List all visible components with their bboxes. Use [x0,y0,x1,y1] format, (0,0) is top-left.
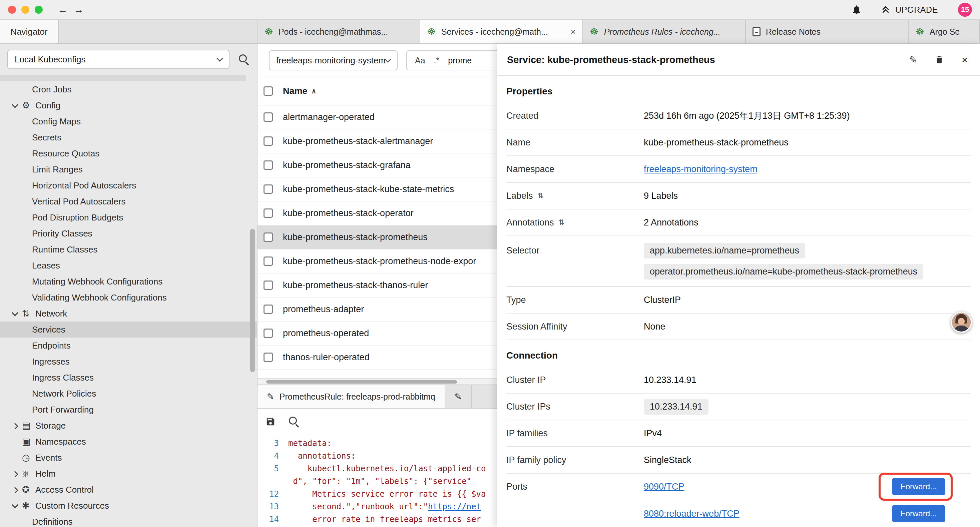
yaml-editor[interactable]: 3metadata:4annotations:5kubectl.kubernet… [258,434,497,527]
partially-scrolled-item[interactable] [0,75,246,81]
detail-panel: Service: kube-prometheus-stack-prometheu… [497,44,980,527]
namespace-filter-select[interactable]: freeleaps-monitoring-system [269,50,398,70]
search-input[interactable]: Aa .* prome [406,50,497,70]
sidebar-item-config[interactable]: ⚙Config [0,97,257,113]
horizontal-scrollbar[interactable] [258,378,497,385]
table-row[interactable]: prometheus-adapter [258,298,497,322]
namespace-link[interactable]: freeleaps-monitoring-system [644,164,757,174]
delete-icon[interactable] [935,55,944,65]
column-header-name[interactable]: Name [283,86,307,96]
sort-updown-icon[interactable]: ⇅ [538,191,544,200]
table-row[interactable]: kube-prometheus-stack-operator [258,201,497,226]
edit-icon[interactable]: ✎ [909,54,917,66]
sidebar-item-ingress-classes[interactable]: Ingress Classes [0,369,257,385]
sort-updown-icon[interactable]: ⇅ [559,218,565,227]
forward-button[interactable]: Forward... [892,505,945,522]
sidebar-item-events[interactable]: ◷Events [0,450,257,466]
window-zoom-button[interactable] [35,6,43,14]
window-close-button[interactable] [8,6,16,14]
row-checkbox[interactable] [264,161,273,170]
table-row[interactable]: kube-prometheus-stack-alertmanager [258,129,497,153]
row-checkbox[interactable] [264,232,273,242]
sidebar-item-services[interactable]: Services [0,322,257,338]
tab-argo-se[interactable]: ☸Argo Se [908,20,980,43]
sidebar-item-access-control[interactable]: ✪Access Control [0,482,257,498]
tab-pods-icecheng-mathmas[interactable]: ☸Pods - icecheng@mathmas... [258,20,420,43]
upgrade-button[interactable]: UPGRADE [881,5,938,15]
kubeconfig-select[interactable]: Local Kubeconfigs [7,50,229,69]
window-minimize-button[interactable] [21,6,29,14]
sidebar-item-namespaces[interactable]: ▣Namespaces [0,434,257,450]
tab-prometheus-rules-icecheng[interactable]: ☸Prometheus Rules - icecheng... [583,20,746,43]
regex-toggle[interactable]: .* [434,56,440,65]
select-all-checkbox[interactable] [264,86,273,96]
row-checkbox[interactable] [264,304,273,314]
table-row[interactable]: kube-prometheus-stack-kube-state-metrics [258,177,497,201]
sidebar-search-icon[interactable] [238,54,250,65]
sidebar-item-endpoints[interactable]: Endpoints [0,338,257,353]
sidebar-item-port-forwarding[interactable]: Port Forwarding [0,401,257,417]
sidebar-item-runtime-classes[interactable]: Runtime Classes [0,242,257,258]
chevron-down-icon [13,100,22,111]
table-row[interactable]: kube-prometheus-stack-prometheus-node-ex… [258,250,497,274]
notification-count-badge[interactable]: 15 [958,3,972,17]
tab-close-icon[interactable]: × [571,27,576,37]
port-link[interactable]: 9090/TCP [644,482,684,492]
table-row[interactable]: kube-prometheus-stack-grafana [258,153,497,177]
sidebar-item-label: Definitions [32,517,72,527]
editor-search-icon[interactable] [288,416,299,427]
sidebar-item-priority-classes[interactable]: Priority Classes [0,226,257,242]
sidebar-item-validating-webhook-configurations[interactable]: Validating Webhook Configurations [0,290,257,306]
sidebar-item-cron-jobs[interactable]: Cron Jobs [0,81,257,97]
row-checkbox[interactable] [264,209,273,218]
table-row[interactable]: kube-prometheus-stack-thanos-ruler [258,274,497,298]
forward-button[interactable]: Forward... [892,478,945,495]
port-link[interactable]: 8080:reloader-web/TCP [644,509,740,519]
service-name: thanos-ruler-operated [283,352,369,363]
sidebar-item-horizontal-pod-autoscalers[interactable]: Horizontal Pod Autoscalers [0,177,257,193]
navigator-tab[interactable]: Navigator [0,20,59,43]
property-label: IP family policy [506,455,644,465]
row-checkbox[interactable] [264,328,273,338]
save-icon[interactable] [266,417,275,427]
dock-tab-partial[interactable]: ✎ [445,385,472,408]
sidebar-item-storage[interactable]: ▤Storage [0,417,257,434]
line-number: 14 [258,513,288,525]
back-button[interactable]: ← [55,4,71,15]
sidebar-scrollbar[interactable] [250,229,255,372]
sidebar-item-definitions[interactable]: Definitions [0,514,257,527]
detail-header: Service: kube-prometheus-stack-prometheu… [497,44,980,76]
table-row[interactable]: prometheus-operated [258,322,497,345]
table-row[interactable]: thanos-ruler-operated [258,345,497,369]
match-case-toggle[interactable]: Aa [415,56,425,65]
sidebar-item-helm[interactable]: ⎈Helm [0,466,257,482]
row-checkbox[interactable] [264,280,273,290]
tab-services-icecheng-math[interactable]: ☸Services - icecheng@math...× [420,20,583,43]
tab-release-notes[interactable]: Release Notes [746,20,908,43]
avatar[interactable] [951,312,972,333]
sidebar-item-resource-quotas[interactable]: Resource Quotas [0,145,257,161]
horizontal-scrollbar-thumb[interactable] [266,380,457,384]
row-checkbox[interactable] [264,185,273,194]
sidebar-item-secrets[interactable]: Secrets [0,129,257,145]
row-checkbox[interactable] [264,353,273,362]
sidebar-item-mutating-webhook-configurations[interactable]: Mutating Webhook Configurations [0,274,257,290]
table-row[interactable]: alertmanager-operated [258,105,497,129]
table-row[interactable]: kube-prometheus-stack-prometheus [258,226,497,250]
row-checkbox[interactable] [264,256,273,266]
row-checkbox[interactable] [264,112,273,122]
forward-button[interactable]: → [71,4,87,15]
sidebar-item-leases[interactable]: Leases [0,258,257,274]
dock-tab-prometheusrule[interactable]: ✎ PrometheusRule: freeleaps-prod-rabbitm… [258,385,445,408]
sidebar-item-pod-disruption-budgets[interactable]: Pod Disruption Budgets [0,209,257,226]
sidebar-item-custom-resources[interactable]: ✱Custom Resources [0,498,257,514]
sidebar-item-limit-ranges[interactable]: Limit Ranges [0,161,257,177]
notifications-bell-icon[interactable] [851,4,862,15]
sidebar-item-network-policies[interactable]: Network Policies [0,385,257,401]
sidebar-item-ingresses[interactable]: Ingresses [0,353,257,369]
close-icon[interactable]: × [961,53,968,66]
sidebar-item-config-maps[interactable]: Config Maps [0,113,257,129]
sidebar-item-network[interactable]: ⇅Network [0,306,257,322]
row-checkbox[interactable] [264,137,273,146]
sidebar-item-vertical-pod-autoscalers[interactable]: Vertical Pod Autoscalers [0,193,257,209]
